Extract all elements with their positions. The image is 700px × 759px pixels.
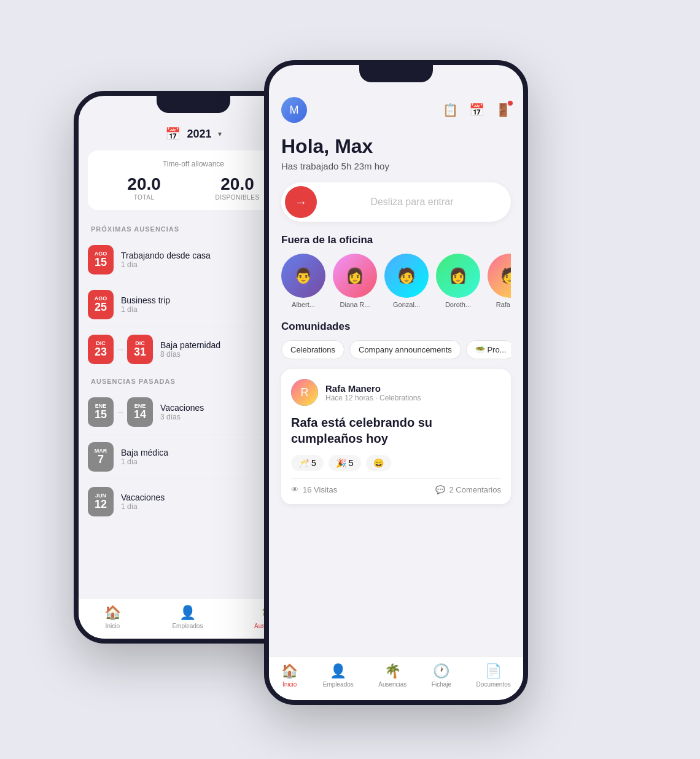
range-arrow-icon: → bbox=[116, 344, 125, 354]
community-tag-announcements[interactable]: Company announcements bbox=[349, 340, 461, 359]
person-avatar-img: 👨 bbox=[281, 254, 325, 298]
allowance-title: Time-off allowance bbox=[100, 160, 287, 168]
allowance-available: 20.0 DISPONIBLES bbox=[215, 174, 259, 201]
post-author-name: Rafa Manero bbox=[325, 383, 421, 394]
front-phone: M 📋 📅 🚪 Hola, Max Has trabajado 5h 23m h… bbox=[264, 60, 528, 705]
nav-item-empleados[interactable]: 👤 Empleados bbox=[172, 605, 203, 629]
employees-icon: 👤 bbox=[330, 663, 346, 679]
communities-title: Comunidades bbox=[281, 321, 511, 333]
comment-icon: 💬 bbox=[435, 485, 445, 494]
range-arrow-icon: → bbox=[116, 407, 125, 417]
date-badge: MAR 7 bbox=[88, 442, 114, 472]
nav-label-empleados: Empleados bbox=[323, 681, 354, 688]
person-item[interactable]: 👩 Diana R... bbox=[333, 254, 377, 308]
calendar-icon[interactable]: 📅 bbox=[469, 103, 484, 117]
post-header: R Rafa Manero Hace 12 horas · Celebratio… bbox=[291, 379, 501, 406]
date-range: DIC 23 → DIC 31 bbox=[88, 335, 153, 364]
allowance-total: 20.0 TOTAL bbox=[127, 174, 161, 201]
nav-item-fichaje[interactable]: 🕐 Fichaje bbox=[432, 663, 451, 688]
year-selector[interactable]: 2021 bbox=[187, 128, 211, 141]
comments-stat[interactable]: 💬 2 Comentarios bbox=[435, 485, 501, 494]
home-icon: 🏠 bbox=[104, 605, 121, 621]
absence-info: Business trip 1 día bbox=[121, 295, 170, 314]
date-range: ENE 15 → ENE 14 bbox=[88, 397, 153, 427]
date-badge-end: DIC 31 bbox=[127, 335, 153, 364]
comments-count: 2 Comentarios bbox=[449, 485, 501, 494]
person-item[interactable]: 🧑 Rafa M... bbox=[488, 254, 511, 308]
timesheet-icon[interactable]: 📋 bbox=[443, 103, 458, 117]
person-name: Gonzal... bbox=[393, 301, 420, 308]
back-phone-notch bbox=[157, 96, 230, 113]
slide-bar[interactable]: → Desliza para entrar bbox=[281, 182, 511, 222]
reaction-emoji: 😄 bbox=[373, 458, 384, 468]
phones-container: 📅 2021 ▾ Time-off allowance 20.0 TOTAL 2… bbox=[43, 42, 657, 717]
nav-label-documentos: Documentos bbox=[476, 681, 511, 688]
reaction-party[interactable]: 🎉 5 bbox=[329, 455, 361, 471]
absence-info: Baja médica 1 día bbox=[121, 448, 168, 466]
out-of-office-title: Fuera de la oficina bbox=[281, 234, 511, 246]
reaction-smile[interactable]: 😄 bbox=[366, 455, 391, 471]
absence-info: Trabajando desde casa 1 día bbox=[121, 251, 211, 269]
post-author-info: Rafa Manero Hace 12 horas · Celebrations bbox=[325, 383, 421, 402]
nav-item-ausencias[interactable]: 🌴 Ausencias bbox=[378, 663, 406, 688]
slide-label: Desliza para entrar bbox=[317, 197, 507, 208]
person-name: Rafa M... bbox=[496, 301, 511, 308]
nav-item-documentos[interactable]: 📄 Documentos bbox=[476, 663, 511, 688]
post-content: Rafa está celebrando su cumpleaños hoy bbox=[291, 415, 501, 446]
reaction-emoji: 🥂 bbox=[298, 458, 309, 468]
chevron-down-icon: ▾ bbox=[218, 130, 222, 138]
nav-label-ausencias: Ausencias bbox=[378, 681, 406, 688]
nav-item-inicio[interactable]: 🏠 Inicio bbox=[104, 605, 121, 629]
header-icons: 📋 📅 🚪 bbox=[443, 103, 511, 117]
person-item[interactable]: 👨 Albert... bbox=[281, 254, 325, 308]
community-tag-celebrations[interactable]: Celebrations bbox=[281, 340, 344, 359]
post-time: Hace 12 horas bbox=[325, 394, 373, 402]
absence-info: Baja paternidad 8 días bbox=[160, 340, 220, 359]
post-avatar[interactable]: R bbox=[291, 379, 318, 406]
post-community: Celebrations bbox=[379, 394, 421, 402]
employees-icon: 👤 bbox=[179, 605, 196, 621]
nav-item-inicio[interactable]: 🏠 Inicio bbox=[281, 663, 298, 688]
date-badge: AGO 15 bbox=[88, 245, 114, 274]
reaction-bottle[interactable]: 🥂 5 bbox=[291, 455, 324, 471]
nav-label-inicio: Inicio bbox=[282, 681, 297, 688]
person-avatar-img: 👩 bbox=[333, 254, 377, 298]
front-main: Hola, Max Has trabajado 5h 23m hoy → Des… bbox=[269, 129, 523, 510]
post-stats: 👁 16 Visitas 💬 2 Comentarios bbox=[291, 478, 501, 494]
person-item[interactable]: 👩 Doroth... bbox=[436, 254, 480, 308]
absences-icon: 🌴 bbox=[384, 663, 401, 679]
home-icon: 🏠 bbox=[281, 663, 298, 679]
post-meta: Hace 12 horas · Celebrations bbox=[325, 394, 421, 402]
bottom-nav-front: 🏠 Inicio 👤 Empleados 🌴 Ausencias 🕐 Ficha… bbox=[269, 656, 523, 700]
community-tag-pro[interactable]: 🥗 Pro... bbox=[466, 340, 511, 359]
user-avatar[interactable]: M bbox=[281, 97, 307, 123]
nav-item-empleados[interactable]: 👤 Empleados bbox=[323, 663, 354, 688]
person-avatar-img: 🧑 bbox=[384, 254, 429, 298]
reaction-count: 5 bbox=[311, 458, 316, 468]
views-count: 16 Visitas bbox=[303, 485, 337, 494]
person-name: Diana R... bbox=[340, 301, 370, 308]
date-badge: JUN 12 bbox=[88, 487, 114, 516]
nav-label-empleados: Empleados bbox=[172, 623, 203, 629]
person-name: Albert... bbox=[292, 301, 315, 308]
absence-info: Vacaciones 1 día bbox=[121, 492, 165, 511]
exit-icon[interactable]: 🚪 bbox=[496, 103, 511, 117]
worked-time: Has trabajado 5h 23m hoy bbox=[281, 161, 511, 171]
greeting: Hola, Max bbox=[281, 135, 511, 158]
nav-label-inicio: Inicio bbox=[106, 623, 120, 629]
clock-icon: 🕐 bbox=[433, 663, 449, 679]
out-of-office-list: 👨 Albert... 👩 Diana R... 🧑 Gonzal... 👩 D… bbox=[281, 254, 511, 308]
reaction-count: 5 bbox=[349, 458, 354, 468]
calendar-icon: 📅 bbox=[165, 126, 181, 141]
person-avatar-img: 🧑 bbox=[488, 254, 511, 298]
nav-label-fichaje: Fichaje bbox=[432, 681, 451, 688]
date-badge-start: DIC 23 bbox=[88, 335, 114, 364]
views-stat: 👁 16 Visitas bbox=[291, 485, 337, 494]
date-badge: AGO 25 bbox=[88, 290, 114, 319]
person-item[interactable]: 🧑 Gonzal... bbox=[384, 254, 429, 308]
person-avatar-img: 👩 bbox=[436, 254, 480, 298]
reaction-emoji: 🎉 bbox=[336, 458, 346, 468]
eye-icon: 👁 bbox=[291, 485, 299, 494]
post-card: R Rafa Manero Hace 12 horas · Celebratio… bbox=[281, 369, 511, 504]
slide-button[interactable]: → bbox=[285, 186, 317, 218]
